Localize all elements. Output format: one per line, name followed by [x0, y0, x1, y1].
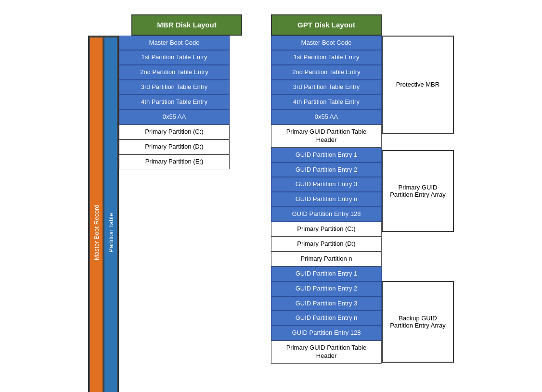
mbr-blue-cells: Master Boot Code 1st Partition Table Ent… [119, 36, 230, 392]
mbr-diagram: MBR Disk Layout Master Boot Record Parti… [88, 14, 242, 392]
gpt-cell-1st-entry: 1st Partition Table Entry [271, 50, 382, 65]
mbr-cell-signature: 0x55 AA [119, 110, 230, 125]
gpt-primary-entry-n: GUID Partition Entry n [271, 192, 382, 207]
mbr-cell-e: Primary Partition (E:) [119, 154, 230, 169]
gpt-right-labels: Protective MBR Primary GUID Partition En… [382, 36, 454, 379]
gpt-title: GPT Disk Layout [271, 14, 382, 36]
gpt-cells-col: Master Boot Code 1st Partition Table Ent… [271, 36, 382, 379]
gpt-primary-guid-header: Primary GUID Partition Table Header [271, 125, 382, 148]
gpt-partition-c: Primary Partition (C:) [271, 222, 382, 237]
gpt-cell-3rd-entry: 3rd Partition Table Entry [271, 80, 382, 95]
gpt-label-protective-mbr: Protective MBR [382, 36, 454, 134]
gpt-primary-entry-3: GUID Partition Entry 3 [271, 177, 382, 192]
gpt-backup-entry-3: GUID Partition Entry 3 [271, 296, 382, 311]
gpt-backup-entry-n: GUID Partition Entry n [271, 311, 382, 326]
mbr-partition-table-label: Partition Table [103, 37, 118, 392]
mbr-main: Master Boot Record Partition Table Maste… [88, 36, 230, 392]
gpt-cell-master-boot-code: Master Boot Code [271, 36, 382, 51]
gpt-backup-entry-128: GUID Partition Entry 128 [271, 326, 382, 341]
diagrams-container: MBR Disk Layout Master Boot Record Parti… [88, 14, 454, 392]
mbr-cell-c: Primary Partition (C:) [119, 125, 230, 139]
gpt-primary-entry-2: GUID Partition Entry 2 [271, 163, 382, 177]
gpt-cell-2nd-entry: 2nd Partition Table Entry [271, 65, 382, 80]
gpt-partition-d: Primary Partition (D:) [271, 237, 382, 252]
gpt-cell-4th-entry: 4th Partition Table Entry [271, 95, 382, 110]
gpt-primary-entry-1: GUID Partition Entry 1 [271, 148, 382, 163]
mbr-cell-master-boot-code: Master Boot Code [119, 36, 230, 51]
gpt-label-backup-guid-array: Backup GUID Partition Entry Array [382, 281, 454, 363]
mbr-master-boot-label: Master Boot Record [89, 37, 103, 392]
gpt-cell-signature: 0x55 AA [271, 110, 382, 125]
gpt-backup-entry-2: GUID Partition Entry 2 [271, 281, 382, 296]
mbr-title: MBR Disk Layout [131, 14, 242, 36]
gpt-diagram: GPT Disk Layout Master Boot Code 1st Par… [271, 14, 454, 379]
gpt-primary-entry-128: GUID Partition Entry 128 [271, 207, 382, 222]
gpt-label-primary-guid-array: Primary GUID Partition Entry Array [382, 150, 454, 232]
gpt-backup-entry-1: GUID Partition Entry 1 [271, 266, 382, 281]
mbr-cell-3rd-entry: 3rd Partition Table Entry [119, 80, 230, 95]
mbr-cell-d: Primary Partition (D:) [119, 139, 230, 154]
gpt-main: Master Boot Code 1st Partition Table Ent… [271, 36, 454, 379]
mbr-cell-1st-entry: 1st Partition Table Entry [119, 50, 230, 65]
gpt-backup-guid-header: Primary GUID Partition Table Header [271, 341, 382, 364]
mbr-cell-4th-entry: 4th Partition Table Entry [119, 95, 230, 110]
mbr-cell-2nd-entry: 2nd Partition Table Entry [119, 65, 230, 80]
gpt-partition-n: Primary Partition n [271, 252, 382, 266]
